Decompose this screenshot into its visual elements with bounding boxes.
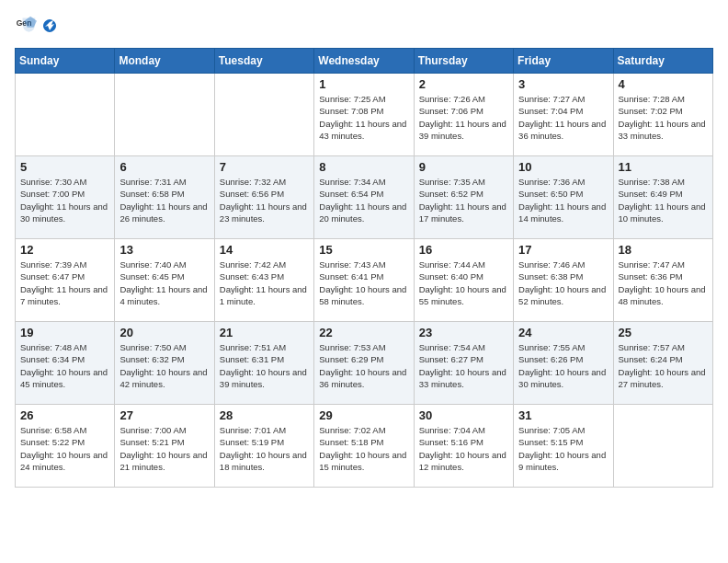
day-number: 2 xyxy=(419,77,508,91)
day-info: Sunrise: 7:36 AM Sunset: 6:50 PM Dayligh… xyxy=(518,177,606,224)
day-number: 1 xyxy=(319,77,408,91)
day-number: 29 xyxy=(319,408,408,422)
day-number: 25 xyxy=(619,326,708,339)
calendar-cell: 30Sunrise: 7:04 AM Sunset: 5:16 PM Dayli… xyxy=(414,405,513,488)
day-number: 8 xyxy=(319,160,408,174)
calendar-week-4: 19Sunrise: 7:48 AM Sunset: 6:34 PM Dayli… xyxy=(16,322,713,405)
calendar-cell: 16Sunrise: 7:44 AM Sunset: 6:40 PM Dayli… xyxy=(414,239,513,322)
weekday-header-sunday: Sunday xyxy=(16,49,115,74)
day-number: 6 xyxy=(119,160,209,174)
calendar-cell: 12Sunrise: 7:39 AM Sunset: 6:47 PM Dayli… xyxy=(16,239,115,322)
day-info: Sunrise: 7:43 AM Sunset: 6:41 PM Dayligh… xyxy=(319,259,406,306)
day-info: Sunrise: 7:42 AM Sunset: 6:43 PM Dayligh… xyxy=(220,259,307,306)
calendar-cell: 20Sunrise: 7:50 AM Sunset: 6:32 PM Dayli… xyxy=(115,322,214,405)
calendar-cell xyxy=(16,74,115,156)
calendar-cell: 6Sunrise: 7:31 AM Sunset: 6:58 PM Daylig… xyxy=(115,156,214,239)
day-number: 22 xyxy=(319,326,408,339)
weekday-header-thursday: Thursday xyxy=(414,49,513,74)
weekday-header-saturday: Saturday xyxy=(613,49,712,74)
calendar-cell: 28Sunrise: 7:01 AM Sunset: 5:19 PM Dayli… xyxy=(214,405,313,488)
calendar-cell: 23Sunrise: 7:54 AM Sunset: 6:27 PM Dayli… xyxy=(414,322,513,405)
day-number: 13 xyxy=(119,243,209,257)
calendar-cell: 24Sunrise: 7:55 AM Sunset: 6:26 PM Dayli… xyxy=(514,322,613,405)
weekday-header-monday: Monday xyxy=(115,49,214,74)
day-number: 19 xyxy=(20,326,109,339)
day-number: 12 xyxy=(20,243,109,257)
day-number: 26 xyxy=(20,408,109,422)
calendar-cell: 1Sunrise: 7:25 AM Sunset: 7:08 PM Daylig… xyxy=(314,74,414,156)
logo: Gen xyxy=(15,15,59,37)
day-info: Sunrise: 7:32 AM Sunset: 6:56 PM Dayligh… xyxy=(220,177,307,224)
day-info: Sunrise: 7:00 AM Sunset: 5:21 PM Dayligh… xyxy=(119,425,207,472)
calendar-body: 1Sunrise: 7:25 AM Sunset: 7:08 PM Daylig… xyxy=(16,74,713,488)
day-info: Sunrise: 7:04 AM Sunset: 5:16 PM Dayligh… xyxy=(419,425,506,472)
calendar-cell: 21Sunrise: 7:51 AM Sunset: 6:31 PM Dayli… xyxy=(214,322,313,405)
logo-bird-icon xyxy=(41,17,58,34)
day-info: Sunrise: 6:58 AM Sunset: 5:22 PM Dayligh… xyxy=(20,425,108,472)
day-number: 17 xyxy=(518,243,608,257)
calendar-cell: 18Sunrise: 7:47 AM Sunset: 6:36 PM Dayli… xyxy=(613,239,712,322)
day-info: Sunrise: 7:53 AM Sunset: 6:29 PM Dayligh… xyxy=(319,342,406,389)
day-info: Sunrise: 7:48 AM Sunset: 6:34 PM Dayligh… xyxy=(20,342,108,389)
calendar-week-1: 1Sunrise: 7:25 AM Sunset: 7:08 PM Daylig… xyxy=(16,74,713,156)
calendar-cell: 4Sunrise: 7:28 AM Sunset: 7:02 PM Daylig… xyxy=(613,74,712,156)
day-info: Sunrise: 7:38 AM Sunset: 6:49 PM Dayligh… xyxy=(619,177,706,224)
day-number: 15 xyxy=(319,243,408,257)
day-info: Sunrise: 7:31 AM Sunset: 6:58 PM Dayligh… xyxy=(119,177,207,224)
day-info: Sunrise: 7:02 AM Sunset: 5:18 PM Dayligh… xyxy=(319,425,406,472)
calendar-cell: 31Sunrise: 7:05 AM Sunset: 5:15 PM Dayli… xyxy=(514,405,613,488)
day-info: Sunrise: 7:50 AM Sunset: 6:32 PM Dayligh… xyxy=(119,342,207,389)
day-info: Sunrise: 7:55 AM Sunset: 6:26 PM Dayligh… xyxy=(518,342,606,389)
page-header: Gen xyxy=(15,15,713,37)
calendar-cell: 26Sunrise: 6:58 AM Sunset: 5:22 PM Dayli… xyxy=(16,405,115,488)
calendar-week-2: 5Sunrise: 7:30 AM Sunset: 7:00 PM Daylig… xyxy=(16,156,713,239)
calendar-week-5: 26Sunrise: 6:58 AM Sunset: 5:22 PM Dayli… xyxy=(16,405,713,488)
day-info: Sunrise: 7:54 AM Sunset: 6:27 PM Dayligh… xyxy=(419,342,506,389)
day-number: 18 xyxy=(619,243,708,257)
calendar-cell: 13Sunrise: 7:40 AM Sunset: 6:45 PM Dayli… xyxy=(115,239,214,322)
day-info: Sunrise: 7:28 AM Sunset: 7:02 PM Dayligh… xyxy=(619,94,706,141)
calendar-cell: 9Sunrise: 7:35 AM Sunset: 6:52 PM Daylig… xyxy=(414,156,513,239)
day-info: Sunrise: 7:46 AM Sunset: 6:38 PM Dayligh… xyxy=(518,259,606,306)
day-info: Sunrise: 7:57 AM Sunset: 6:24 PM Dayligh… xyxy=(619,342,706,389)
day-number: 24 xyxy=(518,326,608,339)
calendar-cell: 7Sunrise: 7:32 AM Sunset: 6:56 PM Daylig… xyxy=(214,156,313,239)
day-info: Sunrise: 7:05 AM Sunset: 5:15 PM Dayligh… xyxy=(518,425,606,472)
weekday-header-wednesday: Wednesday xyxy=(314,49,414,74)
day-number: 9 xyxy=(419,160,508,174)
day-info: Sunrise: 7:51 AM Sunset: 6:31 PM Dayligh… xyxy=(220,342,307,389)
calendar-cell: 11Sunrise: 7:38 AM Sunset: 6:49 PM Dayli… xyxy=(613,156,712,239)
calendar-cell: 29Sunrise: 7:02 AM Sunset: 5:18 PM Dayli… xyxy=(314,405,414,488)
day-number: 30 xyxy=(419,408,508,422)
day-info: Sunrise: 7:25 AM Sunset: 7:08 PM Dayligh… xyxy=(319,94,406,141)
day-info: Sunrise: 7:34 AM Sunset: 6:54 PM Dayligh… xyxy=(319,177,406,224)
day-info: Sunrise: 7:30 AM Sunset: 7:00 PM Dayligh… xyxy=(20,177,108,224)
day-number: 7 xyxy=(220,160,309,174)
day-number: 4 xyxy=(619,77,708,91)
calendar-cell: 19Sunrise: 7:48 AM Sunset: 6:34 PM Dayli… xyxy=(16,322,115,405)
day-info: Sunrise: 7:39 AM Sunset: 6:47 PM Dayligh… xyxy=(20,259,108,306)
calendar-cell: 25Sunrise: 7:57 AM Sunset: 6:24 PM Dayli… xyxy=(613,322,712,405)
calendar-cell: 22Sunrise: 7:53 AM Sunset: 6:29 PM Dayli… xyxy=(314,322,414,405)
weekday-header-row: SundayMondayTuesdayWednesdayThursdayFrid… xyxy=(16,49,713,74)
day-info: Sunrise: 7:35 AM Sunset: 6:52 PM Dayligh… xyxy=(419,177,506,224)
calendar-week-3: 12Sunrise: 7:39 AM Sunset: 6:47 PM Dayli… xyxy=(16,239,713,322)
calendar-cell: 10Sunrise: 7:36 AM Sunset: 6:50 PM Dayli… xyxy=(514,156,613,239)
day-info: Sunrise: 7:01 AM Sunset: 5:19 PM Dayligh… xyxy=(220,425,307,472)
day-number: 11 xyxy=(619,160,708,174)
calendar-cell: 27Sunrise: 7:00 AM Sunset: 5:21 PM Dayli… xyxy=(115,405,214,488)
day-number: 23 xyxy=(419,326,508,339)
calendar-cell xyxy=(115,74,214,156)
logo-icon: Gen xyxy=(15,15,37,37)
day-number: 21 xyxy=(220,326,309,339)
weekday-header-friday: Friday xyxy=(514,49,613,74)
calendar-cell xyxy=(613,405,712,488)
calendar-table: SundayMondayTuesdayWednesdayThursdayFrid… xyxy=(15,48,713,488)
day-number: 28 xyxy=(220,408,309,422)
calendar-cell: 2Sunrise: 7:26 AM Sunset: 7:06 PM Daylig… xyxy=(414,74,513,156)
day-number: 31 xyxy=(518,408,608,422)
day-info: Sunrise: 7:26 AM Sunset: 7:06 PM Dayligh… xyxy=(419,94,506,141)
calendar-cell xyxy=(214,74,313,156)
day-number: 14 xyxy=(220,243,309,257)
day-info: Sunrise: 7:44 AM Sunset: 6:40 PM Dayligh… xyxy=(419,259,506,306)
